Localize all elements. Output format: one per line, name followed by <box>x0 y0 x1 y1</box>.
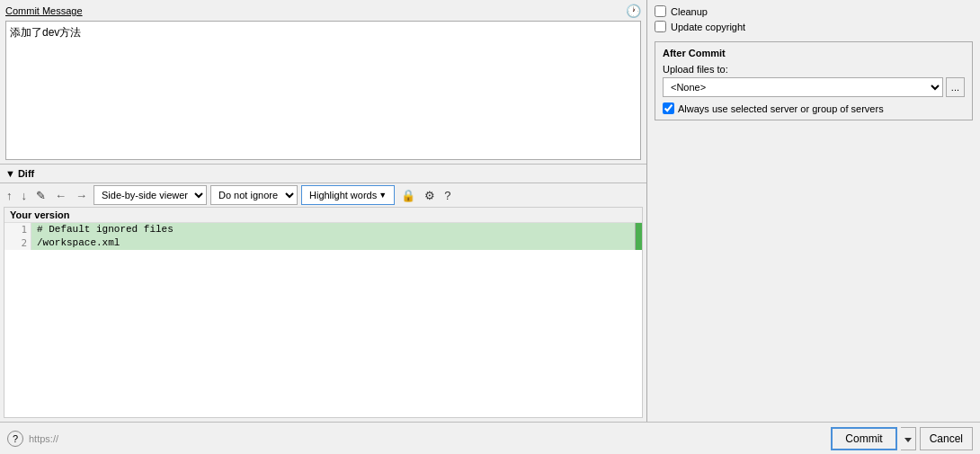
highlight-words-label: Highlight words <box>309 190 377 200</box>
diff-collapse-icon[interactable]: ▼ <box>5 168 15 179</box>
diff-prev-btn[interactable]: ← <box>52 188 69 203</box>
lock-btn[interactable]: 🔒 <box>398 188 418 203</box>
commit-message-textarea[interactable] <box>5 21 641 160</box>
upload-browse-btn[interactable]: ... <box>946 77 965 97</box>
always-use-label: Always use selected server or group of s… <box>678 103 884 114</box>
line-marker-2 <box>635 236 642 250</box>
clock-icon[interactable]: 🕐 <box>626 4 641 18</box>
diff-section: ▼ Diff ↑ ↓ ✎ ← → Side-by-side viewer Do … <box>0 164 646 422</box>
diff-down-btn[interactable]: ↓ <box>19 188 31 203</box>
cleanup-label: Cleanup <box>671 6 708 17</box>
diff-up-btn[interactable]: ↑ <box>4 188 15 203</box>
diff-toolbar: ↑ ↓ ✎ ← → Side-by-side viewer Do not ign… <box>0 183 646 207</box>
update-copyright-checkbox[interactable] <box>655 21 666 32</box>
upload-select[interactable]: <None> <box>663 77 943 97</box>
diff-empty-space <box>4 250 642 340</box>
after-commit-title: After Commit <box>663 48 965 58</box>
diff-edit-btn[interactable]: ✎ <box>33 188 49 203</box>
line-num-2: 2 <box>4 236 31 250</box>
diff-next-btn[interactable]: → <box>73 188 90 203</box>
diff-header: ▼ Diff <box>0 164 646 183</box>
line-num-1: 1 <box>4 223 31 236</box>
bottom-bar: ? https:// Commit Cancel <box>0 422 980 454</box>
help-diff-btn[interactable]: ? <box>441 188 453 203</box>
highlight-words-btn[interactable]: Highlight words ▼ <box>301 185 395 205</box>
table-row: 2 /workspace.xml <box>4 236 642 250</box>
commit-message-header: Commit Message 🕐 <box>5 4 641 18</box>
commit-dropdown-icon <box>904 438 912 442</box>
line-content-1: # Default ignored files <box>31 223 635 236</box>
line-content-2: /workspace.xml <box>31 236 635 250</box>
always-use-checkbox[interactable] <box>663 102 674 114</box>
settings-btn[interactable]: ⚙ <box>422 188 438 203</box>
diff-title: ▼ Diff <box>5 168 34 179</box>
status-url: https:// <box>29 433 58 444</box>
ignore-select[interactable]: Do not ignore <box>210 185 298 205</box>
upload-row: <None> ... <box>663 77 965 97</box>
diff-content: Your version 1 # Default ignored files 2… <box>4 207 643 418</box>
table-row: 1 # Default ignored files <box>4 223 642 236</box>
cleanup-row: Cleanup <box>655 5 973 17</box>
commit-message-label: Commit Message <box>5 5 83 16</box>
help-button[interactable]: ? <box>7 431 23 447</box>
after-commit-group: After Commit Upload files to: <None> ...… <box>655 41 973 120</box>
update-copyright-label: Update copyright <box>671 22 745 32</box>
highlight-caret-icon: ▼ <box>379 191 387 200</box>
cancel-button[interactable]: Cancel <box>920 427 973 450</box>
right-panel: Cleanup Update copyright After Commit Up… <box>647 0 980 422</box>
upload-label: Upload files to: <box>663 64 965 75</box>
commit-message-section: Commit Message 🕐 <box>0 0 646 164</box>
update-copyright-row: Update copyright <box>655 21 973 32</box>
always-use-row: Always use selected server or group of s… <box>663 102 965 114</box>
bottom-left: ? https:// <box>7 431 58 447</box>
cleanup-checkbox[interactable] <box>655 5 666 17</box>
viewer-select[interactable]: Side-by-side viewer <box>94 185 207 205</box>
line-marker-1 <box>635 223 642 236</box>
your-version-label: Your version <box>4 208 642 223</box>
bottom-right: Commit Cancel <box>831 427 973 450</box>
commit-button[interactable]: Commit <box>831 427 896 450</box>
checkboxes-group: Cleanup Update copyright <box>655 5 973 32</box>
commit-dropdown-btn[interactable] <box>901 427 916 450</box>
